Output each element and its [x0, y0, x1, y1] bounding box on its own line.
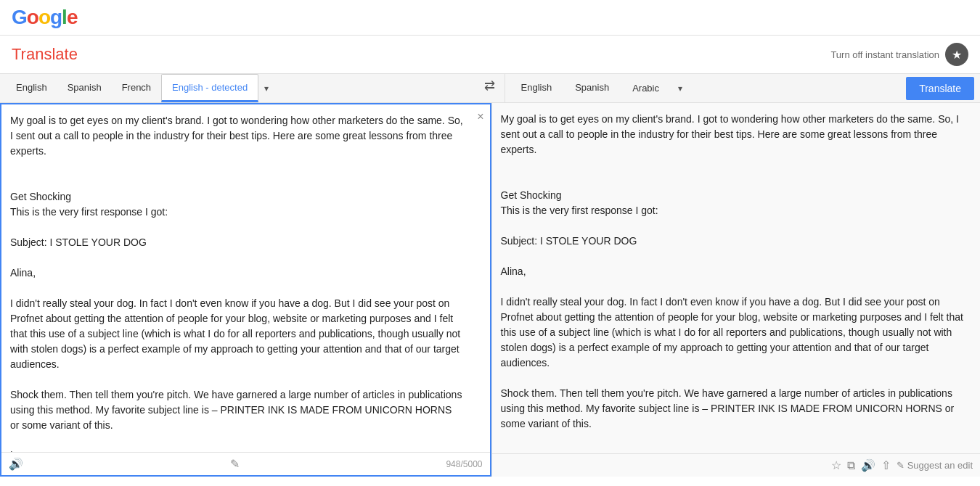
suggest-edit-button[interactable]: ✎ Suggest an edit — [897, 460, 973, 471]
source-lang-tab-french[interactable]: French — [112, 75, 161, 102]
input-footer: 🔊 ✎ 948/5000 — [1, 452, 490, 475]
input-panel: My goal is to get eyes on my client's br… — [0, 103, 491, 477]
edit-icon[interactable]: ✎ — [230, 457, 240, 471]
instant-translation-label[interactable]: Turn off instant translation — [830, 49, 939, 60]
source-lang-tab-detected[interactable]: English - detected — [161, 74, 258, 102]
input-textarea[interactable]: My goal is to get eyes on my client's br… — [1, 104, 490, 452]
main-content: My goal is to get eyes on my client's br… — [0, 103, 980, 477]
clear-input-button[interactable]: × — [477, 110, 483, 123]
output-text: My goal is to get eyes on my client's br… — [492, 103, 981, 453]
source-lang-tab-english[interactable]: English — [6, 75, 57, 102]
output-share-icon[interactable]: ⇧ — [881, 458, 891, 472]
output-copy-icon[interactable]: ⧉ — [847, 459, 855, 472]
source-lang-dropdown[interactable]: ▾ — [258, 76, 274, 101]
target-lang-tab-spanish[interactable]: Spanish — [565, 75, 619, 102]
target-lang-section: English Spanish Arabic ▾ Translate — [505, 74, 981, 102]
output-star-icon[interactable]: ☆ — [831, 458, 841, 472]
title-bar: Translate Turn off instant translation ★ — [0, 36, 980, 74]
swap-languages-button[interactable]: ⇄ — [478, 74, 502, 97]
target-lang-tab-arabic[interactable]: Arabic — [622, 75, 669, 101]
target-lang-tab-english[interactable]: English — [511, 75, 563, 102]
suggest-edit-label: Suggest an edit — [907, 460, 973, 471]
page-title: Translate — [12, 45, 78, 64]
source-lang-tab-spanish[interactable]: Spanish — [57, 75, 112, 102]
title-right: Turn off instant translation ★ — [830, 43, 968, 66]
lang-bar: English Spanish French English - detecte… — [0, 74, 980, 103]
star-button[interactable]: ★ — [945, 43, 968, 66]
pencil-icon: ✎ — [897, 460, 905, 471]
google-logo: Google — [12, 6, 77, 29]
target-lang-dropdown[interactable]: ▾ — [672, 76, 688, 101]
source-lang-section: English Spanish French English - detecte… — [0, 74, 475, 102]
translate-button[interactable]: Translate — [906, 77, 974, 100]
header: Google — [0, 0, 980, 36]
output-footer: ☆ ⧉ 🔊 ⇧ ✎ Suggest an edit — [492, 453, 981, 477]
char-count: 948/5000 — [446, 459, 482, 469]
output-speaker-icon[interactable]: 🔊 — [861, 458, 875, 472]
speaker-icon[interactable]: 🔊 — [9, 457, 23, 471]
output-panel: My goal is to get eyes on my client's br… — [491, 103, 981, 477]
